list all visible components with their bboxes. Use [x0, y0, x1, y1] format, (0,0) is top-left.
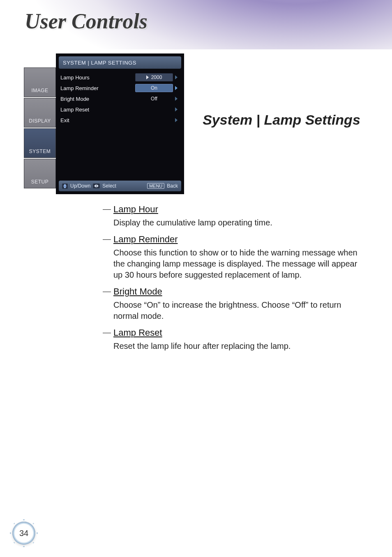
- osd-row-label: Exit: [60, 117, 135, 123]
- osd-row-lamp-hours[interactable]: Lamp Hours 2000: [60, 72, 180, 83]
- content-body: Lamp Hour Display the cumulative lamp op…: [103, 204, 362, 357]
- osd-row-bright-mode[interactable]: Bright Mode Off: [60, 93, 180, 104]
- osd-footer: Up/Down Select MENU Back: [59, 181, 181, 191]
- play-marker-icon: [146, 75, 149, 79]
- desc-lamp-hour: Lamp Hour Display the cumulative lamp op…: [103, 204, 362, 228]
- dot-ring-decoration: [10, 519, 38, 547]
- osd-row-label: Bright Mode: [60, 96, 135, 102]
- osd-body: SYSTEM | LAMP SETTINGS Lamp Hours 2000 L…: [56, 53, 184, 194]
- osd-row-lamp-reset[interactable]: Lamp Reset: [60, 104, 180, 115]
- section-title: System | Lamp Settings: [193, 111, 370, 129]
- osd-panel: IMAGE DISPLAY SYSTEM SETUP SYSTEM | LAMP…: [24, 53, 184, 194]
- desc-heading: Lamp Reset: [103, 327, 362, 338]
- desc-heading: Lamp Hour: [103, 204, 362, 215]
- desc-body: Choose this function to show or to hide …: [103, 247, 362, 281]
- desc-lamp-reset: Lamp Reset Reset the lamp life hour afte…: [103, 327, 362, 352]
- osd-row-value-text: On: [151, 85, 157, 91]
- osd-row-value-text: 2000: [151, 74, 162, 80]
- page-number-badge: 34: [12, 522, 35, 545]
- menu-chip: MENU: [147, 183, 164, 189]
- desc-body: Reset the lamp life hour after replacing…: [103, 341, 362, 352]
- chevron-right-icon: [175, 118, 178, 122]
- desc-bright-mode: Bright Mode Choose “On” to increase the …: [103, 286, 362, 322]
- chevron-right-icon: [175, 97, 178, 101]
- desc-body: Display the cumulative lamp operating ti…: [103, 217, 362, 228]
- page-title: User Controls: [25, 9, 148, 33]
- osd-row-value: On: [135, 84, 173, 92]
- osd-tab-image[interactable]: IMAGE: [24, 67, 56, 97]
- leftright-icon: [93, 183, 100, 188]
- chevron-right-icon: [175, 75, 178, 79]
- desc-body: Choose “On” to increase the brightness. …: [103, 299, 362, 322]
- osd-row-lamp-reminder[interactable]: Lamp Reminder On: [60, 83, 180, 93]
- osd-row-value: 2000: [135, 73, 173, 81]
- updown-icon: [62, 183, 68, 189]
- chevron-right-icon: [175, 107, 178, 111]
- osd-tabs: IMAGE DISPLAY SYSTEM SETUP: [24, 67, 56, 189]
- osd-footer-back: Back: [167, 183, 178, 189]
- chevron-right-icon: [175, 86, 178, 90]
- desc-lamp-reminder: Lamp Reminder Choose this function to sh…: [103, 234, 362, 281]
- osd-tab-display[interactable]: DISPLAY: [24, 98, 56, 128]
- osd-list: Lamp Hours 2000 Lamp Reminder On Bright …: [56, 70, 184, 125]
- osd-tab-system[interactable]: SYSTEM: [24, 128, 56, 158]
- osd-row-value: Off: [135, 96, 173, 102]
- osd-row-label: Lamp Reset: [60, 107, 135, 113]
- osd-row-label: Lamp Hours: [60, 74, 135, 81]
- osd-footer-select: Select: [102, 183, 116, 189]
- osd-row-exit[interactable]: Exit: [60, 115, 180, 125]
- osd-row-label: Lamp Reminder: [60, 85, 135, 91]
- osd-tab-setup[interactable]: SETUP: [24, 159, 56, 188]
- osd-footer-updown: Up/Down: [70, 183, 90, 189]
- osd-title: SYSTEM | LAMP SETTINGS: [59, 56, 181, 69]
- desc-heading: Bright Mode: [103, 286, 362, 297]
- desc-heading: Lamp Reminder: [103, 234, 362, 245]
